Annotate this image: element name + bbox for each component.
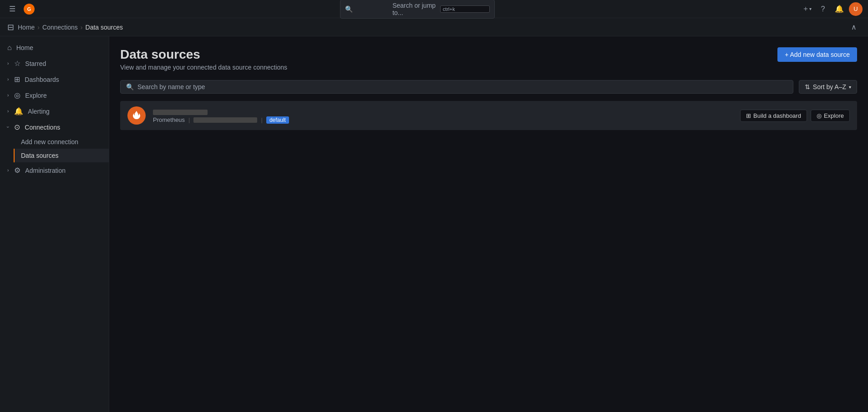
chevron-up-icon: ∧ <box>851 23 857 31</box>
data-sources-label: Data sources <box>21 152 58 159</box>
add-connection-label: Add new connection <box>21 138 78 146</box>
sidebar-label-administration: Administration <box>25 167 66 174</box>
sort-label: Sort by A–Z <box>813 83 846 90</box>
alerting-icon: 🔔 <box>14 107 23 116</box>
admin-icon: ⚙ <box>14 166 20 175</box>
page-title-area: Data sources View and manage your connec… <box>120 47 287 71</box>
page-title: Data sources <box>120 47 287 62</box>
chevron-icon-admin: › <box>7 168 9 173</box>
explore-label: Explore <box>824 112 844 119</box>
add-new-datasource-button[interactable]: + Add new data source <box>777 47 857 62</box>
chevron-icon-explore: › <box>7 93 9 98</box>
sidebar: ⌂ Home › ☆ Starred › ⊞ Dashboards › ◎ Ex… <box>0 36 109 412</box>
sidebar-item-administration[interactable]: › ⚙ Administration <box>0 162 109 178</box>
search-box[interactable]: 🔍 <box>120 80 793 94</box>
datasource-url <box>193 117 257 123</box>
datasource-info: Prometheus | | default <box>153 108 733 124</box>
sidebar-label-home: Home <box>16 44 33 51</box>
sidebar-label-explore: Explore <box>25 92 46 99</box>
breadcrumb-home[interactable]: Home <box>18 24 35 31</box>
home-icon: ⌂ <box>7 44 12 52</box>
datasource-details: Prometheus | | default <box>153 116 733 124</box>
sidebar-subitem-data-sources[interactable]: Data sources <box>14 149 109 162</box>
help-button[interactable]: ? <box>816 2 830 16</box>
search-icon: 🔍 <box>345 5 389 13</box>
dashboards-icon: ⊞ <box>14 75 20 84</box>
sidebar-subitem-add-connection[interactable]: Add new connection <box>21 135 109 149</box>
new-menu-button[interactable]: ＋ ▾ <box>800 2 813 16</box>
ds-separator: | <box>188 116 190 123</box>
sort-chevron-icon: ▾ <box>849 85 851 90</box>
grafana-logo: G <box>24 4 35 15</box>
chevron-icon-connections: › <box>5 126 10 128</box>
sidebar-label-connections: Connections <box>25 124 60 131</box>
sidebar-item-starred[interactable]: › ☆ Starred <box>0 55 109 71</box>
plus-icon: ＋ <box>802 4 809 14</box>
build-dashboard-button[interactable]: ⊞ Build a dashboard <box>740 110 807 122</box>
svg-text:G: G <box>27 6 31 11</box>
sidebar-item-dashboards[interactable]: › ⊞ Dashboards <box>0 71 109 87</box>
sidebar-item-connections[interactable]: › ⊙ Connections <box>0 119 109 135</box>
datasource-badge: default <box>266 116 289 124</box>
connections-submenu: Add new connection Data sources <box>0 135 109 162</box>
layout: ⌂ Home › ☆ Starred › ⊞ Dashboards › ◎ Ex… <box>0 36 868 412</box>
chevron-icon-starred: › <box>7 61 9 66</box>
search-icon: 🔍 <box>126 83 134 90</box>
help-icon: ? <box>821 5 825 13</box>
breadcrumb-current: Data sources <box>86 24 123 31</box>
sort-icon: ⇅ <box>805 83 810 90</box>
main-content: Data sources View and manage your connec… <box>109 36 868 412</box>
datasource-actions: ⊞ Build a dashboard ◎ Explore <box>740 110 850 122</box>
build-dashboard-label: Build a dashboard <box>753 112 801 119</box>
sidebar-item-alerting[interactable]: › 🔔 Alerting <box>0 103 109 119</box>
search-placeholder: Search or jump to... <box>392 2 437 16</box>
avatar-initials: U <box>853 5 858 12</box>
star-icon: ☆ <box>14 59 20 68</box>
menu-toggle-button[interactable]: ☰ <box>5 2 19 16</box>
datasource-icon <box>127 106 146 125</box>
search-sort-bar: 🔍 ⇅ Sort by A–Z ▾ <box>120 80 857 94</box>
chevron-icon-alerting: › <box>7 109 9 114</box>
breadcrumb-connections[interactable]: Connections <box>42 24 78 31</box>
redacted-name <box>153 110 208 115</box>
sidebar-label-dashboards: Dashboards <box>25 76 59 83</box>
collapse-topbar-button[interactable]: ∧ <box>847 20 861 34</box>
bell-icon: 🔔 <box>835 5 844 13</box>
page-header: Data sources View and manage your connec… <box>120 47 857 71</box>
page-subtitle: View and manage your connected data sour… <box>120 64 287 71</box>
search-shortcut: ctrl+k <box>440 5 490 13</box>
notifications-button[interactable]: 🔔 <box>832 2 846 16</box>
explore-button[interactable]: ◎ Explore <box>811 110 850 122</box>
avatar[interactable]: U <box>849 2 863 16</box>
breadcrumb: Home › Connections › Data sources <box>18 24 123 31</box>
datasource-list: Prometheus | | default ⊞ Build a dashboa… <box>120 101 857 130</box>
add-new-datasource-label: + Add new data source <box>785 51 850 58</box>
compass-icon: ◎ <box>817 112 822 119</box>
connections-icon: ⊙ <box>14 123 20 131</box>
datasource-name <box>153 108 733 116</box>
breadcrumb-sep-1: › <box>37 24 40 31</box>
chevron-icon-dashboards: › <box>7 77 9 82</box>
explore-icon: ◎ <box>14 91 20 100</box>
collapse-icon[interactable]: ⊟ <box>7 22 14 32</box>
topbar: ☰ G 🔍 Search or jump to... ctrl+k ＋ ▾ ? … <box>0 0 868 18</box>
breadcrumb-sep-2: › <box>81 24 83 31</box>
sort-button[interactable]: ⇅ Sort by A–Z ▾ <box>799 80 857 94</box>
chevron-down-icon: ▾ <box>809 6 812 11</box>
sidebar-label-alerting: Alerting <box>28 108 49 115</box>
sidebar-item-home[interactable]: ⌂ Home <box>0 40 109 55</box>
search-bar[interactable]: 🔍 Search or jump to... ctrl+k <box>340 0 495 19</box>
search-input[interactable] <box>137 83 787 90</box>
sidebar-item-explore[interactable]: › ◎ Explore <box>0 87 109 103</box>
sidebar-label-starred: Starred <box>25 60 46 67</box>
ds-separator2: | <box>261 116 262 123</box>
datasource-type: Prometheus <box>153 116 185 123</box>
menu-icon: ☰ <box>9 5 15 13</box>
grid-icon: ⊞ <box>746 112 751 119</box>
breadcrumb-bar: ⊟ Home › Connections › Data sources ∧ <box>0 18 868 36</box>
table-row[interactable]: Prometheus | | default ⊞ Build a dashboa… <box>120 101 857 130</box>
